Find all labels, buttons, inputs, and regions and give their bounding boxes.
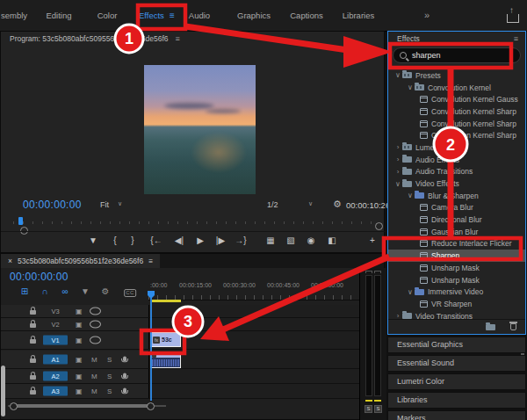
panel-tab-essential-graphics[interactable]: Essential Graphics xyxy=(387,337,526,353)
play-icon[interactable]: ▶ xyxy=(197,235,204,245)
snap-icon[interactable]: ∩ xyxy=(41,286,47,296)
track-target-a2[interactable]: A2 xyxy=(43,372,68,381)
effect-item-unsharp-mask-1[interactable]: Unsharp Mask xyxy=(388,262,525,274)
twirl-icon[interactable]: › xyxy=(393,143,402,151)
twirl-icon[interactable]: ∨ xyxy=(406,288,415,296)
scroll-handle-left[interactable] xyxy=(10,402,18,410)
effects-bin-blur-sharpen[interactable]: ∨Blur & Sharpen xyxy=(388,190,525,202)
solo-button[interactable]: S xyxy=(107,387,112,395)
go-to-in-icon[interactable]: {← xyxy=(150,235,162,245)
voiceover-mic-icon[interactable] xyxy=(123,357,126,362)
timeline-horizontal-scrollbar[interactable] xyxy=(8,402,166,410)
program-panel-header[interactable]: Program: 53c5b080abfc509556b51f2e36de56f… xyxy=(1,32,384,46)
effects-bin-convolution-kernel[interactable]: ∨Convolution Kernel xyxy=(388,82,525,94)
panel-menu-icon[interactable]: ≡ xyxy=(148,257,153,265)
panel-tab-libraries[interactable]: Libraries xyxy=(387,392,526,409)
step-back-icon[interactable]: ◀| xyxy=(175,235,184,245)
effects-search-input[interactable]: sharpen xyxy=(393,47,521,63)
sync-lock-icon[interactable]: ▣ xyxy=(76,373,83,380)
new-bin-icon[interactable] xyxy=(486,324,495,330)
effects-bin-immersive-video[interactable]: ∨Immersive Video xyxy=(388,286,525,298)
mute-button[interactable]: M xyxy=(91,356,97,364)
effect-item-sharpen[interactable]: Sharpen xyxy=(388,250,525,262)
scroll-handle-right[interactable] xyxy=(147,402,155,410)
video-clip[interactable]: fx 53c xyxy=(150,332,181,347)
track-target-a1[interactable]: A1 xyxy=(43,355,68,365)
panel-menu-icon[interactable]: ≡ xyxy=(176,34,180,43)
sequence-tab[interactable]: × 53c5b080abfc509556b51f2e36de56f6 ≡ xyxy=(1,254,160,268)
track-a3-lane[interactable] xyxy=(148,384,359,398)
solo-button[interactable]: S xyxy=(107,373,112,380)
effect-item-convolution-kernel-gauss[interactable]: Convolution Kernel Gauss xyxy=(388,93,525,105)
workspace-tab-captions[interactable]: Captions xyxy=(290,0,323,31)
track-target-v2[interactable]: V2 xyxy=(43,320,68,329)
lock-icon[interactable] xyxy=(30,323,36,328)
panel-menu-icon[interactable]: ≡ xyxy=(514,34,518,43)
workspace-tab-editing[interactable]: Editing xyxy=(46,0,71,31)
program-seek-bar[interactable] xyxy=(13,219,373,226)
solo-button[interactable]: S xyxy=(107,356,112,364)
add-marker-icon[interactable]: ▼ xyxy=(89,235,97,245)
twirl-icon[interactable]: › xyxy=(393,168,402,176)
sync-lock-icon[interactable]: ▣ xyxy=(76,356,83,364)
go-to-out-icon[interactable]: →} xyxy=(235,235,246,245)
effect-item-directional-blur[interactable]: Directional Blur xyxy=(388,214,525,226)
effect-item-camera-blur[interactable]: Camera Blur xyxy=(388,202,525,214)
panel-tab-markers[interactable]: Markers xyxy=(387,410,526,420)
sync-lock-icon[interactable]: ▣ xyxy=(76,308,83,315)
track-target-v1[interactable]: V1 xyxy=(43,336,68,345)
sync-lock-icon[interactable]: ▣ xyxy=(76,321,83,329)
effect-item-convolution-kernel-sharp-3[interactable]: Convolution Kernel Sharp xyxy=(388,129,525,141)
lock-icon[interactable] xyxy=(30,339,36,344)
track-v2-lane[interactable] xyxy=(148,318,359,330)
step-forward-icon[interactable]: |▶ xyxy=(216,235,225,245)
track-target-a3[interactable]: A3 xyxy=(43,387,68,396)
mark-out-icon[interactable]: } xyxy=(131,235,134,245)
solo-button[interactable]: S xyxy=(365,405,372,413)
program-playhead[interactable] xyxy=(18,217,23,225)
tab-menu-icon[interactable]: ≡ xyxy=(170,0,175,31)
mark-in-icon[interactable]: { xyxy=(113,235,116,245)
extract-icon[interactable]: ▧ xyxy=(286,235,294,245)
panel-tab-lumetri-color[interactable]: Lumetri Color xyxy=(387,373,526,390)
effect-item-unsharp-mask-2[interactable]: Unsharp Mask xyxy=(388,274,525,286)
twirl-icon[interactable]: ∨ xyxy=(393,180,402,188)
effect-item-reduce-interlace-flicker[interactable]: Reduce Interlace Flicker xyxy=(388,238,525,250)
effect-item-convolution-kernel-sharp-1[interactable]: Convolution Kernel Sharp xyxy=(388,105,525,118)
mute-button[interactable]: M xyxy=(91,387,97,395)
seek-zoom-handle-right[interactable] xyxy=(375,222,383,230)
track-a2-lane[interactable] xyxy=(148,369,359,383)
program-current-timecode[interactable]: 00:00:00:00 xyxy=(23,199,82,211)
effects-bin-presets[interactable]: ∨Presets xyxy=(388,69,525,82)
linked-selection-icon[interactable]: ∞ xyxy=(61,286,68,296)
effects-bin-lumetri-presets[interactable]: ›Lumetri Presets xyxy=(388,141,525,154)
panel-tab-essential-sound[interactable]: Essential Sound xyxy=(387,355,526,372)
button-editor-icon[interactable]: + xyxy=(370,235,375,245)
captions-icon[interactable]: CC xyxy=(124,286,136,297)
comparison-view-icon[interactable]: ◧ xyxy=(328,235,336,245)
lift-icon[interactable]: ▦ xyxy=(266,235,274,245)
workspace-tab-audio[interactable]: Audio xyxy=(189,0,210,31)
timeline-settings-wrench-icon[interactable]: ⚙ xyxy=(102,286,110,296)
voiceover-mic-icon[interactable] xyxy=(123,373,126,379)
nest-insert-icon[interactable]: ⊞ xyxy=(21,286,28,296)
track-v3-lane[interactable] xyxy=(148,305,359,317)
solo-button[interactable]: S xyxy=(374,405,382,413)
timeline-vertical-scrollbar[interactable] xyxy=(1,366,5,416)
effects-panel-header[interactable]: Effects ≡ xyxy=(388,32,525,46)
mute-button[interactable]: M xyxy=(91,373,97,380)
export-frame-icon[interactable]: ◉ xyxy=(307,235,315,245)
timeline-current-timecode[interactable]: 00:00:00:00 xyxy=(10,271,69,283)
workspace-tab-assembly[interactable]: sembly xyxy=(1,0,27,31)
lock-icon[interactable] xyxy=(30,390,36,395)
track-output-eye-icon[interactable] xyxy=(90,321,101,329)
monitor-settings-wrench-icon[interactable]: ⚙ xyxy=(333,199,342,210)
quick-export-icon[interactable] xyxy=(507,14,519,23)
workspace-tab-effects[interactable]: Effects ≡ xyxy=(139,0,175,31)
playback-resolution-dropdown[interactable]: 1/2 ∨ xyxy=(267,200,313,209)
workspace-tab-color[interactable]: Color xyxy=(97,0,118,31)
twirl-icon[interactable]: › xyxy=(393,156,402,163)
sync-lock-icon[interactable]: ▣ xyxy=(76,337,83,344)
workspace-tab-graphics[interactable]: Graphics xyxy=(237,0,271,31)
timeline-ruler[interactable]: :00:00 00:00:15:00 00:00:30:00 00:00:45:… xyxy=(148,280,359,301)
